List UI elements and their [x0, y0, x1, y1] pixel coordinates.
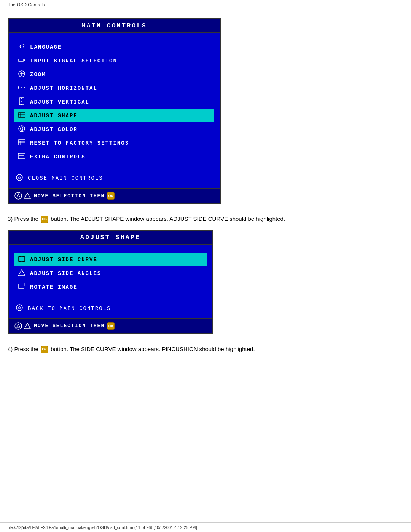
- step3-paragraph: 3) Press the OK button. The ADJUST SHAPE…: [8, 215, 403, 224]
- side-curve-label: ADJUST SIDE CURVE: [30, 257, 97, 263]
- footer-ok-badge2: OK: [107, 322, 115, 330]
- step3-post: button. The ADJUST SHAPE window appears.…: [51, 216, 285, 222]
- adjust-shape-title: ADJUST SHAPE: [9, 231, 212, 245]
- footer-nav-icons: [14, 192, 32, 200]
- main-controls-footer: MOVE SELECTION THEN OK: [9, 188, 220, 203]
- reset-icon: [16, 138, 27, 148]
- page-header: The OSD Controls: [0, 0, 411, 10]
- menu-item-adjust-shape[interactable]: ADJUST SHAPE: [14, 109, 214, 122]
- svg-marker-37: [17, 324, 20, 327]
- header-title: The OSD Controls: [8, 2, 45, 8]
- close-row[interactable]: CLOSE MAIN CONTROLS: [9, 170, 220, 186]
- rotate-icon: [16, 282, 27, 292]
- svg-marker-30: [17, 194, 20, 197]
- extra-label: EXTRA CONTROLS: [30, 154, 86, 160]
- close-icon: [14, 173, 25, 183]
- footer-nav-icons2: [14, 322, 32, 330]
- menu-item-reset[interactable]: RESET TO FACTORY SETTINGS: [14, 137, 214, 150]
- step3-pre: 3) Press the: [8, 216, 38, 222]
- lang-icon: 3̈ ?: [16, 42, 27, 52]
- main-controls-screen: MAIN CONTROLS 3̈ ? LANGUAGE: [8, 18, 221, 204]
- svg-rect-20: [18, 140, 25, 145]
- side-angles-label: ADJUST SIDE ANGLES: [30, 270, 101, 276]
- footer-path: file:///D|/rita/LF2/LF2/LFa1/multi_manua…: [8, 525, 197, 530]
- svg-marker-31: [24, 193, 30, 198]
- lang-label: LANGUAGE: [30, 44, 62, 50]
- zoom-label: ZOOM: [30, 72, 46, 78]
- svg-rect-33: [19, 284, 24, 289]
- back-label: BACK TO MAIN CONTROLS: [28, 305, 111, 312]
- color-icon: [16, 125, 27, 134]
- back-row[interactable]: BACK TO MAIN CONTROLS: [9, 300, 212, 316]
- horiz-icon: [16, 83, 27, 93]
- svg-marker-13: [21, 98, 22, 99]
- footer-ok-badge: OK: [107, 192, 115, 200]
- svg-text:?: ?: [22, 43, 25, 50]
- svg-marker-28: [18, 176, 21, 179]
- shape-icon: [16, 111, 27, 121]
- back-icon: [14, 304, 25, 313]
- adjust-shape-screen: ADJUST SHAPE ADJUST SIDE CURVE: [8, 230, 213, 334]
- vert-icon: [16, 97, 27, 107]
- svg-point-18: [19, 126, 25, 132]
- page-footer: file:///D|/rita/LF2/LF2/LFa1/multi_manua…: [0, 522, 411, 532]
- horiz-label: ADJUST HORIZONTAL: [30, 85, 97, 91]
- footer-text2: MOVE SELECTION THEN: [34, 323, 105, 329]
- menu-item-side-curve[interactable]: ADJUST SIDE CURVE: [14, 253, 207, 266]
- menu-item-zoom[interactable]: ZOOM: [14, 68, 214, 81]
- menu-item-extra[interactable]: EXTRA CONTROLS: [14, 150, 214, 163]
- extra-icon: [16, 152, 27, 162]
- main-controls-title: MAIN CONTROLS: [9, 19, 220, 33]
- rotate-label: ROTATE IMAGE: [30, 284, 78, 290]
- menu-item-input[interactable]: INPUT SIGNAL SELECTION: [14, 54, 214, 67]
- input-label: INPUT SIGNAL SELECTION: [30, 58, 117, 64]
- side-angles-icon: [16, 268, 27, 278]
- reset-label: RESET TO FACTORY SETTINGS: [30, 140, 129, 146]
- zoom-icon: [16, 70, 27, 80]
- svg-rect-15: [18, 113, 25, 117]
- menu-item-rotate[interactable]: ROTATE IMAGE: [14, 281, 207, 294]
- svg-marker-10: [24, 87, 25, 88]
- vert-label: ADJUST VERTICAL: [30, 99, 89, 105]
- step4-pre: 4) Press the: [8, 346, 38, 352]
- svg-rect-24: [18, 153, 25, 159]
- step4-post: button. The SIDE CURVE window appears. P…: [51, 346, 255, 352]
- svg-marker-35: [18, 306, 21, 309]
- svg-point-19: [21, 127, 23, 131]
- menu-item-adjust-color[interactable]: ADJUST COLOR: [14, 123, 214, 136]
- svg-rect-2: [18, 59, 24, 61]
- footer-text: MOVE SELECTION THEN: [34, 193, 105, 199]
- step4-ok-button: OK: [41, 346, 48, 353]
- svg-marker-32: [18, 270, 25, 276]
- menu-item-adjust-vert[interactable]: ADJUST VERTICAL: [14, 96, 214, 109]
- color-label: ADJUST COLOR: [30, 126, 78, 133]
- side-curve-icon: [16, 255, 27, 265]
- menu-item-language[interactable]: 3̈ ? LANGUAGE: [14, 41, 214, 54]
- step3-ok-button: OK: [41, 216, 48, 223]
- close-label: CLOSE MAIN CONTROLS: [28, 175, 103, 181]
- svg-marker-38: [24, 323, 30, 329]
- menu-item-adjust-horiz[interactable]: ADJUST HORIZONTAL: [14, 82, 214, 95]
- menu-item-side-angles[interactable]: ADJUST SIDE ANGLES: [14, 267, 207, 280]
- shape-label: ADJUST SHAPE: [30, 113, 78, 119]
- svg-marker-14: [21, 104, 22, 105]
- svg-marker-9: [18, 87, 19, 88]
- adjust-shape-footer: MOVE SELECTION THEN OK: [9, 318, 212, 333]
- step4-paragraph: 4) Press the OK button. The SIDE CURVE w…: [8, 345, 403, 354]
- input-icon: [16, 56, 27, 66]
